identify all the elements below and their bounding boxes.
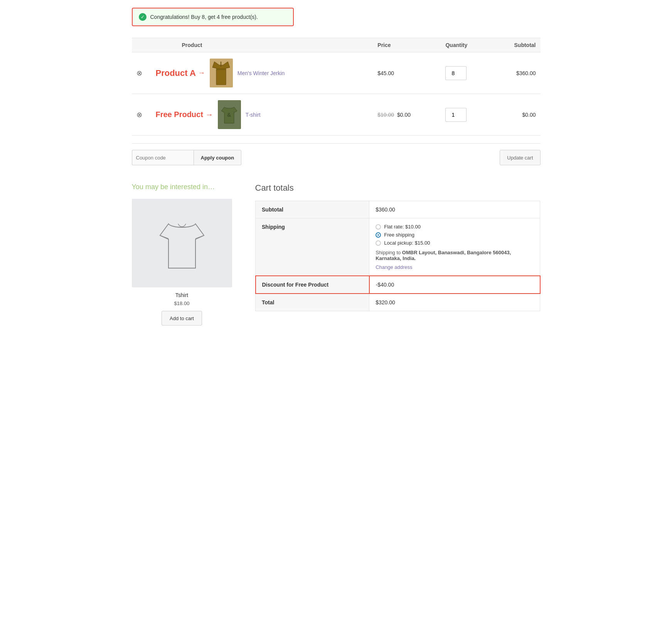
heading-plain: You — [132, 183, 145, 191]
table-row: ⊗ Free Product → & — [132, 94, 541, 136]
col-remove — [132, 38, 151, 52]
price-cell: $45.00 — [373, 52, 441, 94]
remove-icon[interactable]: ⊗ — [136, 69, 142, 77]
shipping-free-label: Free shipping — [384, 232, 414, 238]
jacket-svg — [211, 60, 232, 87]
price-value: $45.00 — [377, 70, 394, 76]
subtotal-cell: $360.00 — [491, 52, 540, 94]
remove-cell: ⊗ — [132, 94, 151, 136]
col-price-header: Price — [373, 38, 441, 52]
rec-product-name: Tshirt — [132, 292, 232, 298]
totals-value: $320.00 — [369, 294, 540, 311]
cart-totals-section: Cart totals Subtotal $360.00 Shipping Fl… — [255, 183, 541, 326]
totals-shipping-row: Shipping Flat rate: $10.00 Free shipping — [256, 218, 540, 276]
price-cell: $10.00 $0.00 — [373, 94, 441, 136]
update-cart-button[interactable]: Update cart — [500, 150, 540, 165]
table-row: ⊗ Product A → — [132, 52, 541, 94]
product-card-image — [132, 199, 232, 287]
svg-rect-0 — [216, 68, 226, 70]
totals-shipping-cell: Flat rate: $10.00 Free shipping Local pi… — [369, 218, 540, 276]
shipping-option: Local pickup: $15.00 — [376, 240, 534, 246]
shipping-local-label: Local pickup: $15.00 — [384, 240, 430, 246]
totals-label: Total — [256, 294, 369, 311]
check-icon: ✓ — [139, 13, 147, 21]
price-free: $0.00 — [397, 112, 411, 118]
tshirt-svg: & — [221, 104, 238, 125]
product-a-label: Product A → — [156, 68, 205, 78]
may-interest-section: You may be interested in… Tshirt $18.00 … — [132, 183, 240, 326]
shipping-option: Free shipping — [376, 232, 534, 238]
rec-product-price: $18.00 — [132, 300, 232, 306]
quantity-cell — [441, 52, 491, 94]
product-thumbnail — [210, 59, 233, 87]
quantity-input[interactable] — [445, 66, 467, 80]
totals-label: Subtotal — [256, 201, 369, 218]
cart-totals-heading: Cart totals — [255, 183, 541, 193]
product-name-link[interactable]: Men's Winter Jerkin — [237, 70, 285, 76]
product-thumbnail: & — [218, 100, 241, 129]
totals-table: Subtotal $360.00 Shipping Flat rate: $10… — [255, 201, 541, 311]
col-quantity-header: Quantity — [441, 38, 491, 52]
subtotal-value: $360.00 — [516, 70, 536, 76]
cart-table: Product Price Quantity Subtotal ⊗ Produc… — [132, 38, 541, 136]
col-subtotal-header: Subtotal — [491, 38, 540, 52]
subtotal-value: $0.00 — [522, 112, 536, 118]
coupon-input[interactable] — [132, 150, 194, 165]
remove-icon[interactable]: ⊗ — [136, 111, 142, 119]
product-cell: Free Product → & T-shirt — [151, 94, 373, 136]
svg-text:&: & — [227, 112, 231, 118]
radio-local-pickup[interactable] — [376, 240, 381, 246]
shipping-address: Shipping to OMBR Layout, Banaswadi, Bang… — [376, 250, 534, 261]
discount-label: Discount for Free Product — [256, 276, 369, 294]
arrow-icon: → — [198, 69, 205, 77]
shipping-options: Flat rate: $10.00 Free shipping Local pi… — [376, 224, 534, 246]
totals-subtotal-row: Subtotal $360.00 — [256, 201, 540, 218]
quantity-input[interactable] — [445, 108, 467, 122]
apply-coupon-button[interactable]: Apply coupon — [194, 150, 242, 165]
notification-message: Congratulations! Buy 8, get 4 free produ… — [150, 14, 258, 20]
shipping-flat-rate-label: Flat rate: $10.00 — [384, 224, 421, 230]
coupon-row: Apply coupon Update cart — [132, 143, 541, 171]
remove-cell: ⊗ — [132, 52, 151, 94]
radio-free-shipping[interactable] — [376, 232, 381, 238]
totals-value: $360.00 — [369, 201, 540, 218]
shipping-option: Flat rate: $10.00 — [376, 224, 534, 230]
recommended-product-card: Tshirt $18.00 Add to cart — [132, 199, 232, 326]
quantity-cell — [441, 94, 491, 136]
rec-tshirt-svg — [157, 212, 207, 274]
coupon-left: Apply coupon — [132, 150, 242, 165]
col-product-header: Product — [151, 38, 373, 52]
totals-label: Shipping — [256, 218, 369, 276]
success-notification: ✓ Congratulations! Buy 8, get 4 free pro… — [132, 8, 294, 26]
subtotal-cell: $0.00 — [491, 94, 540, 136]
radio-flat-rate[interactable] — [376, 224, 381, 230]
heading-highlight: may be interested in — [145, 183, 208, 191]
product-name-link[interactable]: T-shirt — [246, 112, 261, 118]
product-cell: Product A → Men' — [151, 52, 373, 94]
discount-value: -$40.00 — [369, 276, 540, 294]
totals-discount-row: Discount for Free Product -$40.00 — [256, 276, 540, 294]
may-interest-heading: You may be interested in… — [132, 183, 240, 191]
free-product-label: Free Product → — [156, 110, 213, 119]
add-to-cart-button[interactable]: Add to cart — [162, 311, 202, 326]
totals-total-row: Total $320.00 — [256, 294, 540, 311]
price-original: $10.00 — [377, 112, 394, 118]
change-address-link[interactable]: Change address — [376, 264, 534, 270]
arrow-icon: → — [205, 110, 213, 119]
bottom-section: You may be interested in… Tshirt $18.00 … — [132, 183, 541, 326]
